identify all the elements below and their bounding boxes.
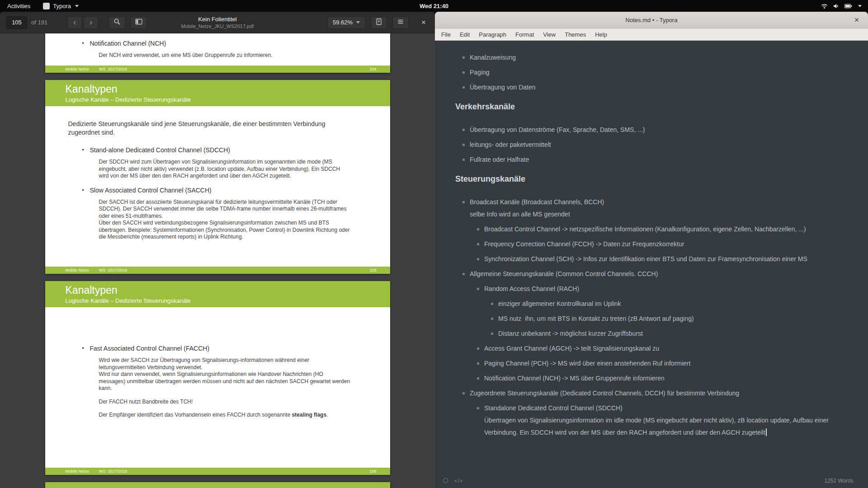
slide-paragraph: Der FACCH nutzt Bandbreite des TCH! [99,399,351,406]
bullet-marker-icon [477,362,479,365]
app-menu-button[interactable]: Typora [38,0,84,12]
footer-course-label: Mobile Netze [66,67,90,71]
slide-footer: Mobile NetzeWS 2017/2018104 [45,66,390,73]
slide-paragraph: Der Empfänger identifiziert das Vorhande… [99,412,351,419]
footer-session-label: WS 2017/2018 [99,469,127,474]
typora-document[interactable]: KanalzuweisungPagingÜbertragung von Date… [435,41,868,473]
footer-session-label: WS 2017/2018 [99,67,127,71]
annotation-page-icon [375,18,382,27]
bullet-marker-icon [462,71,465,74]
list-item[interactable]: Fullrate oder Halfrate [455,154,854,166]
page-number-input[interactable] [6,16,27,29]
menu-edit[interactable]: Edit [455,28,474,41]
list-item[interactable]: Übertragung von Daten [455,81,854,94]
bullet-dot-icon: • [82,39,90,48]
slide-footer: Mobile NetzeWS 2017/2018106 [45,468,390,475]
list-item[interactable]: Paging Channel (PCH) -> MS wird über ein… [455,357,854,370]
pdf-canvas[interactable]: •Notification Channel (NCH)Der NCH wird … [0,33,435,488]
slide-paragraph: Der NCH wird verwendet, um eine MS über … [99,52,351,59]
focus-mode-icon[interactable] [443,478,448,483]
markdown-heading[interactable]: Steuerungskanäle [455,174,854,184]
clock[interactable]: Wed 21:40 [420,0,448,12]
activities-button[interactable]: Activities [0,0,38,12]
list-item[interactable]: Standalone Dedicated Control Channel (SD… [455,402,854,439]
bullet-marker-icon [491,333,493,335]
slide-title: Kanaltypen [66,284,390,296]
bullet-marker-icon [477,228,479,230]
list-item-text: Allgemeine Steuerungskanäle (Common Cont… [470,268,854,280]
slide-subtitle: Logische Kanäle – Dedizierte Steuerungsk… [66,297,390,304]
pdf-close-button[interactable]: × [417,16,430,29]
pdf-header-bar: of 191 ‹ › Kein Folientitel Mobile_Netze… [0,12,435,33]
menu-format[interactable]: Format [511,28,538,41]
list-item[interactable]: Frequency Correction Channel (FCCH) -> D… [455,238,854,250]
list-item[interactable]: Übertragung von Datenströme (Fax, Sprach… [455,124,854,136]
list-item[interactable]: Access Grant Channel (AGCH) -> teilt Sig… [455,343,854,355]
menu-themes[interactable]: Themes [560,28,590,41]
list-item[interactable]: Paging [455,66,854,79]
bullet-dot-icon: • [82,146,90,155]
page-total-label: of 191 [31,19,47,26]
slide-paragraph: Der SDCCH wird zum Übertragen von Signal… [99,159,351,180]
markdown-heading[interactable]: Verkehrskanäle [455,101,854,112]
search-icon [113,18,121,27]
list-item[interactable]: Kanalzuweisung [455,52,854,64]
list-item-text: Broadcast Kanäle (Broadcast Channels, BC… [470,196,854,208]
zoom-dropdown-button[interactable]: 59.62% [327,16,365,29]
hamburger-menu-icon [397,18,404,27]
bullet-marker-icon [462,201,465,203]
main-menu-button[interactable] [392,16,409,29]
annotations-button[interactable] [371,16,387,29]
list-item[interactable]: Distanz unbekannt -> möglichst kurzer Zu… [455,328,854,340]
pdf-page: •Notification Channel (NCH)Der NCH wird … [45,33,390,73]
menu-view[interactable]: View [538,28,560,41]
footer-page-number: 105 [369,268,376,272]
typora-close-button[interactable]: × [850,12,863,28]
menu-paragraph[interactable]: Paragraph [474,28,511,41]
list-item-text: Random Access Channel (RACH) [484,283,854,295]
slide-body: •Notification Channel (NCH)Der NCH wird … [45,33,390,59]
volume-icon [833,3,840,9]
slide-bullet-item: •Slow Associated Control Channel (SACCH) [82,186,372,195]
list-item-text: Übertragung von Daten [470,81,854,94]
typora-title-bar[interactable]: Notes.md • - Typora × [435,12,868,28]
text-caret [766,428,767,436]
list-item-text: leitungs- oder paketvermittelt [470,139,854,151]
list-item[interactable]: einziger allgemeiner Kontrollkanal im Up… [455,298,854,310]
list-item[interactable]: Broadcast Control Channel -> netzspezifi… [455,223,854,235]
menu-file[interactable]: File [437,28,455,41]
menu-help[interactable]: Help [590,28,612,41]
footer-session-label: WS 2017/2018 [99,268,127,272]
slide-bullet-text: Stand-alone Dedicated Control Channel (S… [90,146,231,155]
typora-menubar: FileEditParagraphFormatViewThemesHelp [435,28,868,41]
slide-subtitle: Logische Kanäle – Dedizierte Steuerungsk… [66,96,390,103]
list-item[interactable]: Notification Channel (NCH) -> MS über Gr… [455,372,854,385]
list-item-text: Distanz unbekannt -> möglichst kurzer Zu… [498,328,854,340]
list-item-text: einziger allgemeiner Kontrollkanal im Up… [498,298,854,310]
list-item-text: Synchronization Channel (SCH) -> Infos z… [484,253,854,265]
typora-window: Notes.md • - Typora × FileEditParagraphF… [435,12,868,488]
list-item-text: selbe Info wird an alle MS gesendet [470,208,854,221]
document-title: Kein Folientitel Mobile_Netze_JKU_WS2017… [123,16,312,29]
slide-paragraph: Wird wie der SACCH zur Übertragung von S… [99,357,351,392]
next-page-button[interactable]: › [84,16,98,29]
previous-page-button[interactable]: ‹ [67,16,82,29]
system-status-area[interactable] [815,0,868,12]
bullet-marker-icon [477,377,479,380]
list-item[interactable]: MS nutz ihn, um mit BTS in Kontakt zu tr… [455,313,854,325]
pdf-header-right-group: 59.62% × [327,16,430,29]
list-item[interactable]: Zugeordnete Steuerungskanäle (Dedicated … [455,387,854,399]
wifi-icon [821,3,828,9]
slide-bullet-text: Slow Associated Control Channel (SACCH) [90,186,212,195]
source-code-mode-icon[interactable]: </> [454,478,463,483]
slide-bullet-text: Fast Associated Control Channel (FACCH) [90,344,210,353]
list-item[interactable]: Broadcast Kanäle (Broadcast Channels, BC… [455,196,854,221]
typora-status-bar: </> 1252 Words [435,473,868,488]
list-item[interactable]: Random Access Channel (RACH) [455,283,854,295]
slide-paragraph: Dedizierte Steuerungskanäle sind jene St… [68,120,349,137]
list-item[interactable]: Allgemeine Steuerungskanäle (Common Cont… [455,268,854,280]
bullet-marker-icon [462,56,465,59]
app-menu-label: Typora [53,3,71,9]
list-item[interactable]: Synchronization Channel (SCH) -> Infos z… [455,253,854,265]
list-item[interactable]: leitungs- oder paketvermittelt [455,139,854,151]
